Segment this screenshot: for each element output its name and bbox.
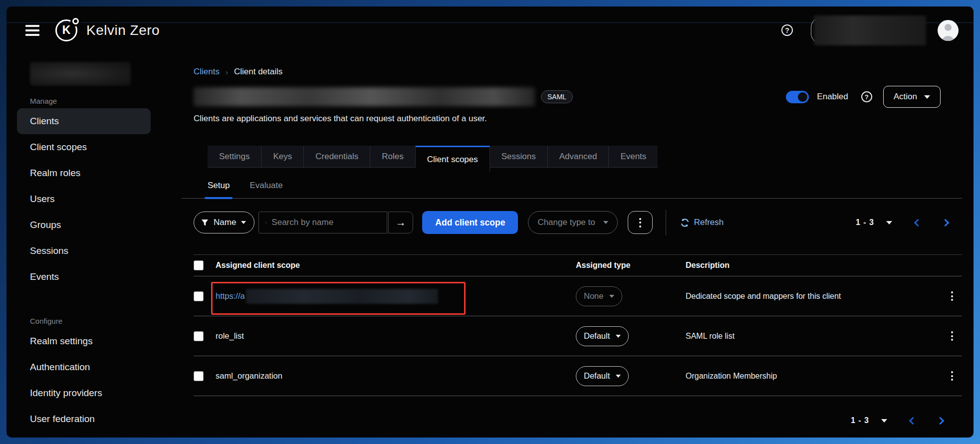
pagination-bottom: 1 - 3 xyxy=(851,416,943,425)
sidebar-item-groups[interactable]: Groups xyxy=(17,212,151,238)
kebab-icon xyxy=(951,371,953,381)
subtabs: Setup Evaluate xyxy=(182,181,962,199)
refresh-button[interactable]: Refresh xyxy=(680,218,724,227)
user-menu[interactable] xyxy=(814,15,930,45)
user-name-redaction xyxy=(814,15,926,45)
filter-funnel-icon xyxy=(201,219,209,226)
sidebar-item-users[interactable]: Users xyxy=(17,186,151,212)
tab-client-scopes[interactable]: Client scopes xyxy=(416,146,490,172)
sidebar-item-authentication[interactable]: Authentication xyxy=(17,354,151,380)
row-kebab-button[interactable] xyxy=(942,371,962,381)
row-kebab-button[interactable] xyxy=(942,291,962,301)
search-box: → xyxy=(258,212,413,233)
main-content: Clients › Client details SAML Enabled ? … xyxy=(162,54,974,438)
pagination-options-icon[interactable] xyxy=(886,221,892,224)
kebab-icon xyxy=(639,218,641,227)
kebab-icon xyxy=(951,331,953,341)
tab-credentials[interactable]: Credentials xyxy=(304,146,370,168)
next-page-icon[interactable] xyxy=(937,417,945,425)
pagination-range: 1 - 3 xyxy=(851,416,869,425)
sidebar-item-realm-roles[interactable]: Realm roles xyxy=(17,160,151,186)
table-row: saml_organization Default Organization M… xyxy=(194,356,962,396)
enabled-toggle[interactable] xyxy=(786,91,809,103)
subtab-setup[interactable]: Setup xyxy=(208,181,230,198)
search-input[interactable] xyxy=(271,218,382,227)
action-button[interactable]: Action xyxy=(883,86,941,108)
table-header-row: Assigned client scope Assigned type Desc… xyxy=(194,254,962,276)
kebab-icon xyxy=(951,291,953,301)
refresh-icon xyxy=(680,218,690,227)
enabled-help-icon[interactable]: ? xyxy=(861,91,872,102)
search-submit-button[interactable]: → xyxy=(388,212,413,233)
enabled-label: Enabled xyxy=(817,92,848,102)
tab-sessions[interactable]: Sessions xyxy=(490,146,548,168)
tab-roles[interactable]: Roles xyxy=(370,146,415,168)
sidebar-item-realm-settings[interactable]: Realm settings xyxy=(17,328,151,354)
scope-description: SAML role list xyxy=(686,332,942,341)
toolbar-kebab-button[interactable] xyxy=(628,211,653,234)
hamburger-menu-icon[interactable] xyxy=(25,25,39,36)
add-client-scope-button[interactable]: Add client scope xyxy=(422,211,518,234)
assigned-type-value: Default xyxy=(584,331,610,341)
change-type-dropdown[interactable]: Change type to xyxy=(528,211,617,234)
help-icon[interactable]: ? xyxy=(781,24,793,36)
pagination-range: 1 - 3 xyxy=(856,218,874,227)
window-frame: K Kelvin Zero ? Manage Clients Client sc… xyxy=(0,0,980,444)
select-all-checkbox[interactable] xyxy=(194,260,204,270)
pagination-top: 1 - 3 xyxy=(856,218,948,227)
sidebar: Manage Clients Client scopes Realm roles… xyxy=(6,54,162,438)
row-checkbox[interactable] xyxy=(194,371,204,381)
table-row: https://a None Dedicated scope and mappe… xyxy=(194,276,962,316)
scope-link[interactable]: https://a xyxy=(216,291,245,301)
chevron-down-icon xyxy=(616,375,621,378)
protocol-badge: SAML xyxy=(541,90,573,103)
row-checkbox[interactable] xyxy=(194,331,204,341)
column-description: Description xyxy=(686,261,942,270)
assigned-type-value: None xyxy=(584,291,603,301)
realm-selector-redaction[interactable] xyxy=(30,62,131,86)
search-icon xyxy=(265,219,267,227)
tab-keys[interactable]: Keys xyxy=(261,146,304,168)
masthead-right: ? xyxy=(781,15,959,45)
pagination-options-icon[interactable] xyxy=(881,419,887,423)
change-type-label: Change type to xyxy=(537,218,595,227)
tab-advanced[interactable]: Advanced xyxy=(548,146,609,168)
kelvin-zero-logo-icon: K xyxy=(55,19,77,41)
avatar[interactable] xyxy=(938,20,959,41)
sidebar-item-identity-providers[interactable]: Identity providers xyxy=(17,380,151,406)
scope-name: saml_organization xyxy=(216,371,576,381)
row-kebab-button[interactable] xyxy=(942,331,962,341)
sidebar-item-clients[interactable]: Clients xyxy=(17,108,151,134)
tab-events[interactable]: Events xyxy=(609,146,658,168)
scope-name: role_list xyxy=(216,331,576,341)
chevron-down-icon xyxy=(241,221,246,224)
masthead: K Kelvin Zero ? xyxy=(6,6,974,54)
assigned-type-select[interactable]: None xyxy=(576,286,622,306)
name-filter-dropdown[interactable]: Name xyxy=(194,212,254,233)
sidebar-item-client-scopes[interactable]: Client scopes xyxy=(17,134,151,160)
chevron-down-icon xyxy=(924,95,930,99)
subtab-evaluate[interactable]: Evaluate xyxy=(249,181,282,198)
assigned-type-select[interactable]: Default xyxy=(576,326,629,346)
table-row: role_list Default SAML role list xyxy=(194,316,962,356)
sidebar-item-user-federation[interactable]: User federation xyxy=(17,406,151,432)
assigned-type-select[interactable]: Default xyxy=(576,366,629,386)
clients-description: Clients are applications and services th… xyxy=(194,114,962,124)
breadcrumb-clients-link[interactable]: Clients xyxy=(194,67,220,77)
app-window: K Kelvin Zero ? Manage Clients Client sc… xyxy=(6,6,974,438)
name-filter-label: Name xyxy=(214,218,236,227)
row-checkbox[interactable] xyxy=(194,291,204,301)
chevron-down-icon xyxy=(609,295,614,298)
sidebar-section-configure: Configure xyxy=(30,317,162,325)
sidebar-item-sessions[interactable]: Sessions xyxy=(17,238,151,264)
chevron-down-icon xyxy=(616,335,621,338)
tab-settings[interactable]: Settings xyxy=(208,146,261,168)
next-page-icon[interactable] xyxy=(942,219,950,226)
refresh-label: Refresh xyxy=(694,218,724,227)
chevron-down-icon xyxy=(603,221,608,224)
previous-page-icon[interactable] xyxy=(914,219,922,226)
previous-page-icon[interactable] xyxy=(909,417,917,425)
sidebar-item-events[interactable]: Events xyxy=(17,264,151,290)
bottom-pagination-row: 1 - 3 xyxy=(194,416,962,425)
client-header-controls: Enabled ? Action xyxy=(786,86,941,108)
